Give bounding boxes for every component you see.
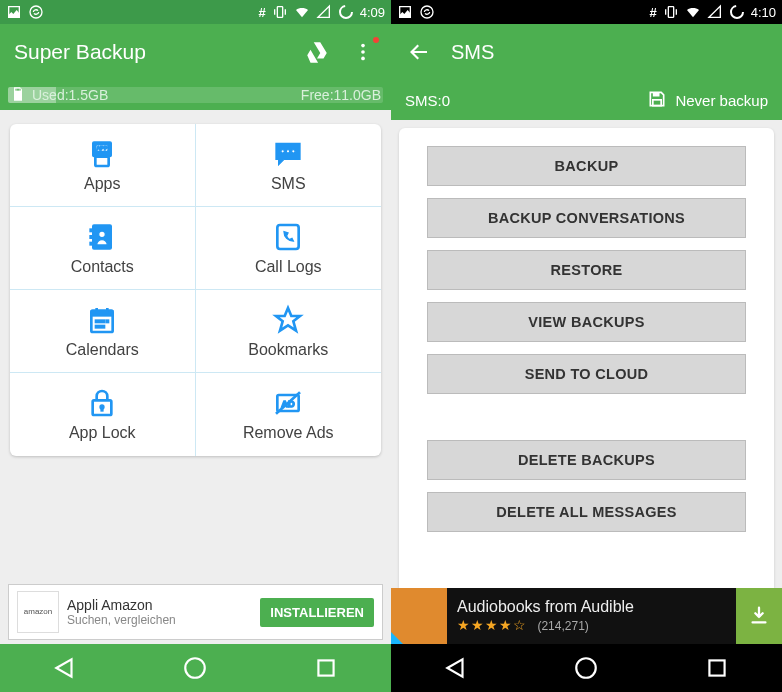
svg-rect-1	[277, 7, 282, 18]
grid-item-sms[interactable]: SMS	[196, 124, 382, 207]
sms-count-label: SMS:0	[405, 92, 450, 109]
svg-rect-14	[90, 229, 93, 232]
send-to-cloud-button[interactable]: SEND TO CLOUD	[427, 354, 746, 394]
svg-point-10	[281, 149, 284, 152]
ad-banner[interactable]: Audiobooks from Audible ★★★★☆ (214,271)	[391, 588, 782, 644]
grid-item-label: App Lock	[69, 424, 136, 442]
nav-home-icon[interactable]	[573, 655, 599, 681]
back-arrow-icon[interactable]	[405, 38, 433, 66]
svg-point-39	[577, 658, 597, 678]
svg-rect-38	[653, 99, 661, 105]
ad-rating-stars: ★★★★☆	[457, 617, 527, 633]
category-grid: APP Apps SMS Contacts Call Logs	[10, 124, 381, 456]
grid-item-label: Remove Ads	[243, 424, 334, 442]
wifi-icon	[294, 4, 310, 20]
svg-rect-18	[278, 225, 299, 249]
backup-conversations-button[interactable]: BACKUP CONVERSATIONS	[427, 198, 746, 238]
grid-item-contacts[interactable]: Contacts	[10, 207, 196, 290]
nav-home-icon[interactable]	[182, 655, 208, 681]
backup-button[interactable]: BACKUP	[427, 146, 746, 186]
ad-download-button[interactable]	[736, 588, 782, 644]
svg-point-3	[361, 44, 365, 48]
grid-item-label: Apps	[84, 175, 120, 193]
screen-title: SMS	[451, 41, 768, 64]
svg-rect-16	[90, 242, 93, 245]
svg-text:APP: APP	[97, 145, 108, 151]
ad-banner[interactable]: amazon Appli Amazon Suchen, vergleichen …	[8, 584, 383, 640]
overflow-menu-icon[interactable]	[349, 38, 377, 66]
ad-image-icon	[391, 588, 447, 644]
grid-item-remove-ads[interactable]: AD Remove Ads	[196, 373, 382, 456]
screen-home: # 4:09 Super Backup Used:1.5GB Free:11.0…	[0, 0, 391, 692]
ad-subtitle: Suchen, vergleichen	[67, 613, 252, 627]
grid-item-calendars[interactable]: Calendars	[10, 290, 196, 373]
contacts-icon	[86, 221, 118, 253]
grid-item-app-lock[interactable]: App Lock	[10, 373, 196, 456]
view-backups-button[interactable]: VIEW BACKUPS	[427, 302, 746, 342]
svg-rect-15	[90, 235, 93, 238]
toolbar: Super Backup	[0, 24, 391, 80]
svg-point-2	[340, 6, 352, 18]
svg-rect-40	[709, 660, 724, 675]
svg-rect-20	[92, 310, 113, 315]
status-bar: # 4:09	[0, 0, 391, 24]
svg-rect-21	[96, 320, 100, 323]
hash-indicator: #	[649, 5, 656, 20]
ad-brand-icon: amazon	[17, 591, 59, 633]
screen-sms: # 4:10 SMS SMS:0 Never backup BACKUP BAC…	[391, 0, 782, 692]
delete-all-messages-button[interactable]: DELETE ALL MESSAGES	[427, 492, 746, 532]
svg-rect-25	[101, 325, 105, 328]
sdcard-icon	[10, 86, 26, 105]
grid-item-label: Contacts	[71, 258, 134, 276]
ad-rating-count: (214,271)	[537, 619, 588, 633]
svg-rect-37	[653, 92, 660, 96]
google-drive-icon[interactable]	[303, 38, 331, 66]
sms-icon	[272, 138, 304, 170]
ad-install-button[interactable]: INSTALLIEREN	[260, 598, 374, 627]
call-logs-icon	[272, 221, 304, 253]
vibrate-icon	[663, 4, 679, 20]
nav-recent-icon[interactable]	[704, 655, 730, 681]
restore-button[interactable]: RESTORE	[427, 250, 746, 290]
grid-item-apps[interactable]: APP Apps	[10, 124, 196, 207]
svg-point-11	[287, 149, 290, 152]
save-icon	[647, 89, 667, 112]
grid-item-bookmarks[interactable]: Bookmarks	[196, 290, 382, 373]
status-bar: # 4:10	[391, 0, 782, 24]
nav-back-icon[interactable]	[443, 655, 469, 681]
svg-point-17	[99, 231, 106, 238]
clock: 4:10	[751, 5, 776, 20]
image-icon	[6, 4, 22, 20]
nav-bar	[391, 644, 782, 692]
sync-icon	[419, 4, 435, 20]
svg-point-12	[292, 149, 295, 152]
grid-item-label: Call Logs	[255, 258, 322, 276]
bookmark-icon	[272, 304, 304, 336]
svg-rect-28	[101, 407, 103, 411]
ad-title: Appli Amazon	[67, 597, 252, 613]
nav-back-icon[interactable]	[52, 655, 78, 681]
never-backup-label[interactable]: Never backup	[675, 92, 768, 109]
image-icon	[397, 4, 413, 20]
data-saver-icon	[729, 4, 745, 20]
nav-recent-icon[interactable]	[313, 655, 339, 681]
app-lock-icon	[86, 387, 118, 419]
svg-point-5	[361, 57, 365, 61]
grid-item-call-logs[interactable]: Call Logs	[196, 207, 382, 290]
signal-icon	[707, 4, 723, 20]
data-saver-icon	[338, 4, 354, 20]
vibrate-icon	[272, 4, 288, 20]
svg-point-0	[30, 6, 42, 18]
toolbar: SMS	[391, 24, 782, 80]
notification-dot-icon	[373, 37, 379, 43]
ad-title: Audiobooks from Audible	[457, 598, 736, 616]
delete-backups-button[interactable]: DELETE BACKUPS	[427, 440, 746, 480]
storage-bar: Used:1.5GB Free:11.0GB	[0, 80, 391, 110]
svg-rect-9	[96, 156, 109, 165]
svg-rect-24	[96, 325, 100, 328]
storage-used-label: Used:1.5GB	[32, 87, 108, 103]
svg-rect-23	[106, 320, 109, 323]
grid-item-label: SMS	[271, 175, 306, 193]
grid-item-label: Calendars	[66, 341, 139, 359]
storage-free-label: Free:11.0GB	[301, 87, 381, 103]
